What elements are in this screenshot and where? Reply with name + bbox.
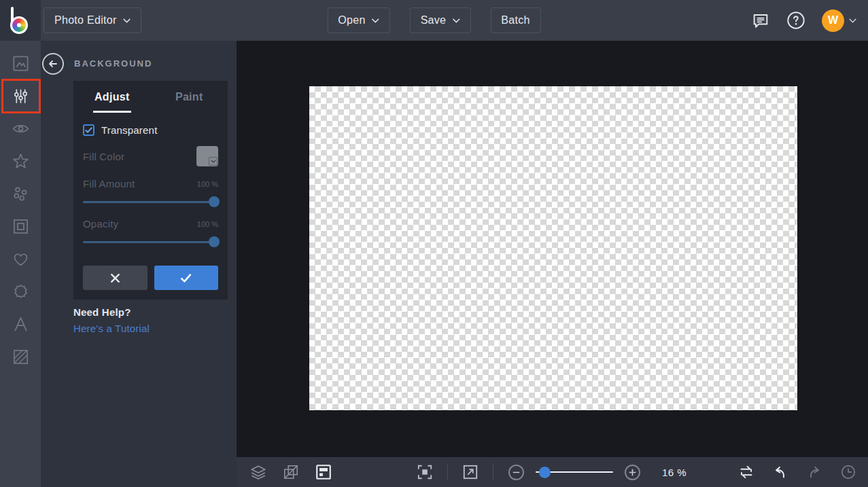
chevron-down-icon bbox=[372, 18, 379, 23]
panel-title: BACKGROUND bbox=[74, 58, 152, 69]
transform-icon[interactable] bbox=[282, 463, 300, 481]
layers-icon[interactable] bbox=[249, 463, 267, 481]
textures-icon[interactable] bbox=[0, 340, 41, 373]
history-clock-icon[interactable] bbox=[839, 463, 857, 481]
help-title: Need Help? bbox=[73, 306, 150, 318]
batch-button[interactable]: Batch bbox=[490, 7, 540, 33]
confirm-buttons bbox=[83, 266, 218, 290]
text-icon[interactable] bbox=[0, 308, 41, 340]
photo-editor-app: Photo Editor Open Save Batch bbox=[0, 0, 868, 487]
fill-amount-label: Fill Amount bbox=[83, 178, 135, 190]
zoom-slider-knob[interactable] bbox=[539, 467, 551, 478]
x-icon bbox=[109, 272, 121, 284]
canvas-area bbox=[237, 41, 868, 457]
zoom-out-button[interactable] bbox=[508, 465, 524, 480]
touchup-circles-icon[interactable] bbox=[0, 177, 41, 210]
open-button[interactable]: Open bbox=[327, 7, 389, 33]
topbar-right: W bbox=[751, 0, 856, 41]
bottom-bar: 16 % bbox=[237, 457, 868, 487]
avatar: W bbox=[822, 10, 844, 32]
overlays-heart-icon[interactable] bbox=[0, 242, 41, 275]
zoom-slider[interactable] bbox=[536, 466, 613, 478]
panel-content: Transparent Fill Color Fill Amount 100 % bbox=[73, 124, 228, 290]
fit-to-screen-icon[interactable] bbox=[416, 463, 434, 481]
back-button[interactable] bbox=[42, 53, 64, 75]
app-switcher-button[interactable]: Photo Editor bbox=[44, 7, 141, 33]
divider bbox=[447, 463, 448, 481]
befunky-logo[interactable] bbox=[0, 0, 41, 41]
bottom-left-tools bbox=[249, 457, 332, 487]
chevron-down-icon bbox=[211, 160, 216, 163]
tool-strip bbox=[0, 41, 41, 487]
adjust-sliders-icon[interactable] bbox=[0, 79, 41, 112]
fill-amount-slider-knob[interactable] bbox=[209, 196, 220, 207]
tab-adjust[interactable]: Adjust bbox=[73, 81, 151, 113]
fullscreen-icon[interactable] bbox=[462, 463, 479, 481]
fill-color-label: Fill Color bbox=[83, 151, 124, 162]
redo-icon[interactable] bbox=[805, 463, 823, 481]
tab-paint[interactable]: Paint bbox=[151, 81, 228, 113]
swatch-dropdown[interactable] bbox=[209, 157, 218, 166]
check-icon bbox=[180, 272, 192, 284]
photos-icon[interactable] bbox=[0, 47, 41, 79]
fill-color-row: Fill Color bbox=[83, 145, 218, 167]
panel-tabs: Adjust Paint bbox=[73, 81, 228, 113]
background-panel: BACKGROUND Adjust Paint Transparent Fill… bbox=[41, 41, 237, 487]
undo-icon[interactable] bbox=[771, 463, 789, 481]
fill-color-swatch[interactable] bbox=[196, 146, 218, 166]
topbar-menu: Open Save Batch bbox=[327, 7, 540, 33]
history-controls bbox=[737, 457, 857, 487]
befunky-logo-icon bbox=[10, 7, 32, 34]
apply-button[interactable] bbox=[154, 266, 219, 290]
opacity-value: 100 % bbox=[197, 220, 218, 228]
avatar-initial: W bbox=[828, 14, 838, 26]
transparent-checkbox[interactable] bbox=[83, 124, 94, 136]
zoom-level-value: 16 % bbox=[662, 467, 687, 478]
fill-amount-value: 100 % bbox=[197, 180, 218, 188]
tutorial-link[interactable]: Here's a Tutorial bbox=[73, 323, 150, 334]
help-block: Need Help? Here's a Tutorial bbox=[73, 306, 150, 335]
graphics-badge-icon[interactable] bbox=[0, 275, 41, 308]
canvas-layout-icon[interactable] bbox=[315, 463, 332, 481]
open-label: Open bbox=[338, 14, 365, 26]
opacity-row: Opacity 100 % bbox=[83, 218, 218, 230]
divider bbox=[493, 463, 493, 481]
fill-amount-row: Fill Amount 100 % bbox=[83, 178, 218, 190]
zoom-in-button[interactable] bbox=[625, 465, 640, 480]
plus-icon bbox=[629, 469, 636, 476]
transparent-label: Transparent bbox=[101, 124, 158, 136]
frames-icon[interactable] bbox=[0, 210, 41, 242]
feedback-chat-icon[interactable] bbox=[751, 11, 770, 30]
effects-eye-icon[interactable] bbox=[0, 112, 41, 145]
canvas-transparent-checkerboard[interactable] bbox=[309, 86, 797, 410]
opacity-slider[interactable] bbox=[83, 236, 218, 247]
adjust-subpanel: Adjust Paint Transparent Fill Color bbox=[73, 81, 228, 300]
batch-label: Batch bbox=[501, 14, 530, 26]
check-icon bbox=[85, 126, 92, 134]
arrow-left-icon bbox=[48, 58, 58, 69]
save-button[interactable]: Save bbox=[410, 7, 471, 33]
chevron-down-icon bbox=[849, 18, 856, 23]
app-switcher-label: Photo Editor bbox=[54, 14, 117, 26]
artsy-star-icon[interactable] bbox=[0, 145, 41, 177]
opacity-label: Opacity bbox=[83, 218, 118, 230]
transparent-option[interactable]: Transparent bbox=[83, 124, 218, 136]
opacity-slider-knob[interactable] bbox=[209, 236, 220, 247]
fill-amount-slider[interactable] bbox=[83, 196, 218, 207]
account-menu[interactable]: W bbox=[822, 10, 856, 32]
chevron-down-icon bbox=[452, 18, 459, 23]
chevron-down-icon bbox=[123, 18, 131, 23]
minus-icon bbox=[513, 469, 520, 476]
save-label: Save bbox=[421, 14, 447, 26]
help-icon[interactable] bbox=[786, 11, 805, 30]
compare-icon[interactable] bbox=[737, 463, 755, 481]
zoom-controls: 16 % bbox=[416, 457, 687, 487]
topbar: Photo Editor Open Save Batch bbox=[0, 0, 868, 41]
cancel-button[interactable] bbox=[83, 266, 147, 290]
